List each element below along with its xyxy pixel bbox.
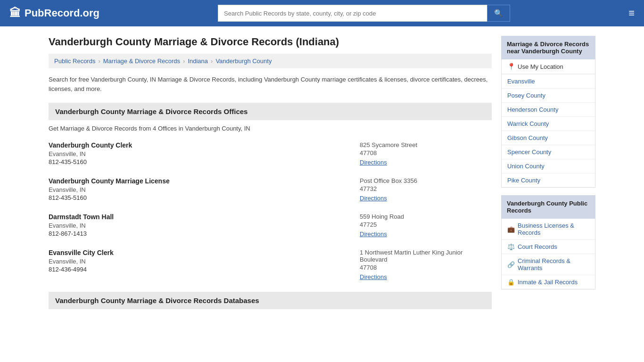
nearby-link-0[interactable]: Evansville xyxy=(502,74,595,88)
criminal-icon: 🔗 xyxy=(507,261,515,268)
nearby-item-5[interactable]: Spencer County xyxy=(502,145,595,159)
building-icon: 🏛 xyxy=(9,7,21,20)
nearby-box: Marriage & Divorce Records near Vanderbu… xyxy=(501,36,595,188)
breadcrumb-marriage-divorce[interactable]: Marriage & Divorce Records xyxy=(103,58,180,65)
page-description: Search for free Vanderburgh County, IN M… xyxy=(49,75,492,93)
offices-sub-description: Get Marriage & Divorce Records from 4 Of… xyxy=(49,125,492,132)
use-location-item[interactable]: 📍 Use My Location xyxy=(502,59,595,74)
location-icon: 📍 xyxy=(507,63,515,70)
offices-section-header: Vanderburgh County Marriage & Divorce Re… xyxy=(49,103,492,120)
office-left: Darmstadt Town Hall Evansville, IN 812-8… xyxy=(49,213,350,238)
nearby-link-4[interactable]: Gibson County xyxy=(502,131,595,145)
nearby-heading: Marriage & Divorce Records near Vanderbu… xyxy=(501,36,595,59)
search-bar: 🔍 xyxy=(218,5,510,22)
business-icon: 💼 xyxy=(507,226,515,233)
breadcrumb-sep-1: › xyxy=(98,58,100,65)
nearby-link-5[interactable]: Spencer County xyxy=(502,145,595,159)
search-button[interactable]: 🔍 xyxy=(487,5,510,22)
nearby-item-6[interactable]: Union County xyxy=(502,159,595,173)
office-city: Evansville, IN xyxy=(49,150,350,157)
office-entry: Darmstadt Town Hall Evansville, IN 812-8… xyxy=(49,213,492,238)
nearby-link-2[interactable]: Henderson County xyxy=(502,103,595,116)
directions-link[interactable]: Directions xyxy=(360,230,387,238)
hamburger-button[interactable]: ≡ xyxy=(628,7,635,19)
nearby-link-6[interactable]: Union County xyxy=(502,159,595,173)
breadcrumb-sep-3: › xyxy=(211,58,213,65)
office-address: 559 Hoing Road xyxy=(360,213,492,220)
public-records-link-0[interactable]: Business Licenses & Records xyxy=(518,222,589,236)
offices-list: Vanderburgh County Clerk Evansville, IN … xyxy=(49,141,492,280)
public-records-link-1[interactable]: Court Records xyxy=(518,243,557,250)
office-right: 825 Sycamore Street 47708 Directions xyxy=(360,141,492,166)
nearby-item-3[interactable]: Warrick County xyxy=(502,117,595,131)
main-content: Vanderburgh County Marriage & Divorce Re… xyxy=(49,36,492,314)
office-name: Darmstadt Town Hall xyxy=(49,213,350,221)
nearby-item-4[interactable]: Gibson County xyxy=(502,131,595,145)
search-input[interactable] xyxy=(218,5,487,22)
office-left: Vanderburgh County Clerk Evansville, IN … xyxy=(49,141,350,166)
directions-link[interactable]: Directions xyxy=(360,195,387,202)
office-name: Vanderburgh County Marriage License xyxy=(49,177,350,185)
office-left: Evansville City Clerk Evansville, IN 812… xyxy=(49,249,350,280)
public-records-link-3[interactable]: Inmate & Jail Records xyxy=(518,279,578,286)
office-name: Evansville City Clerk xyxy=(49,249,350,256)
logo[interactable]: 🏛 PubRecord.org xyxy=(9,7,99,20)
office-phone: 812-867-1413 xyxy=(49,230,350,237)
public-records-item-1[interactable]: ⚖️ Court Records xyxy=(502,240,595,254)
office-zip: 47708 xyxy=(360,264,492,271)
breadcrumb-public-records[interactable]: Public Records xyxy=(54,58,95,65)
public-records-list: 💼 Business Licenses & Records ⚖️ Court R… xyxy=(501,219,595,289)
public-records-heading: Vanderburgh County Public Records xyxy=(501,195,595,219)
office-entry: Vanderburgh County Marriage License Evan… xyxy=(49,177,492,202)
office-zip: 47732 xyxy=(360,185,492,192)
nearby-link-3[interactable]: Warrick County xyxy=(502,117,595,131)
nearby-item-7[interactable]: Pike County xyxy=(502,173,595,187)
directions-link[interactable]: Directions xyxy=(360,273,387,280)
office-address: 825 Sycamore Street xyxy=(360,141,492,148)
office-city: Evansville, IN xyxy=(49,222,350,229)
office-phone: 812-436-4994 xyxy=(49,266,350,273)
public-records-item-0[interactable]: 💼 Business Licenses & Records xyxy=(502,219,595,240)
breadcrumb-indiana[interactable]: Indiana xyxy=(188,58,208,65)
nearby-item-2[interactable]: Henderson County xyxy=(502,103,595,117)
inmate-icon: 🔒 xyxy=(507,279,515,286)
office-zip: 47708 xyxy=(360,149,492,156)
office-entry: Vanderburgh County Clerk Evansville, IN … xyxy=(49,141,492,166)
public-records-item-2[interactable]: 🔗 Criminal Records & Warrants xyxy=(502,254,595,275)
office-right: 559 Hoing Road 47725 Directions xyxy=(360,213,492,238)
office-address: 1 Northwest Martin Luther King Junior Bo… xyxy=(360,249,492,263)
office-city: Evansville, IN xyxy=(49,258,350,265)
use-location-label: Use My Location xyxy=(518,63,563,70)
logo-text: PubRecord.org xyxy=(25,7,99,19)
office-right: 1 Northwest Martin Luther King Junior Bo… xyxy=(360,249,492,280)
databases-section-header: Vanderburgh County Marriage & Divorce Re… xyxy=(49,292,492,309)
page-title: Vanderburgh County Marriage & Divorce Re… xyxy=(49,36,492,48)
nearby-link-1[interactable]: Posey County xyxy=(502,89,595,102)
nearby-link-7[interactable]: Pike County xyxy=(502,173,595,187)
public-records-item-3[interactable]: 🔒 Inmate & Jail Records xyxy=(502,275,595,289)
office-city: Evansville, IN xyxy=(49,186,350,193)
sidebar: Marriage & Divorce Records near Vanderbu… xyxy=(501,36,595,314)
office-phone: 812-435-5160 xyxy=(49,194,350,201)
nearby-item-0[interactable]: Evansville xyxy=(502,74,595,89)
nearby-item-1[interactable]: Posey County xyxy=(502,89,595,103)
office-right: Post Office Box 3356 47732 Directions xyxy=(360,177,492,202)
office-left: Vanderburgh County Marriage License Evan… xyxy=(49,177,350,202)
office-phone: 812-435-5160 xyxy=(49,158,350,165)
office-address: Post Office Box 3356 xyxy=(360,177,492,184)
breadcrumb: Public Records › Marriage & Divorce Reco… xyxy=(49,54,492,68)
office-name: Vanderburgh County Clerk xyxy=(49,141,350,149)
public-records-link-2[interactable]: Criminal Records & Warrants xyxy=(518,257,589,272)
office-entry: Evansville City Clerk Evansville, IN 812… xyxy=(49,249,492,280)
nearby-list: 📍 Use My Location Evansville Posey Count… xyxy=(501,59,595,188)
breadcrumb-vanderburgh[interactable]: Vanderburgh County xyxy=(215,58,272,65)
public-records-box: Vanderburgh County Public Records 💼 Busi… xyxy=(501,195,595,289)
court-icon: ⚖️ xyxy=(507,243,515,250)
directions-link[interactable]: Directions xyxy=(360,159,387,166)
office-zip: 47725 xyxy=(360,221,492,228)
breadcrumb-sep-2: › xyxy=(183,58,185,65)
